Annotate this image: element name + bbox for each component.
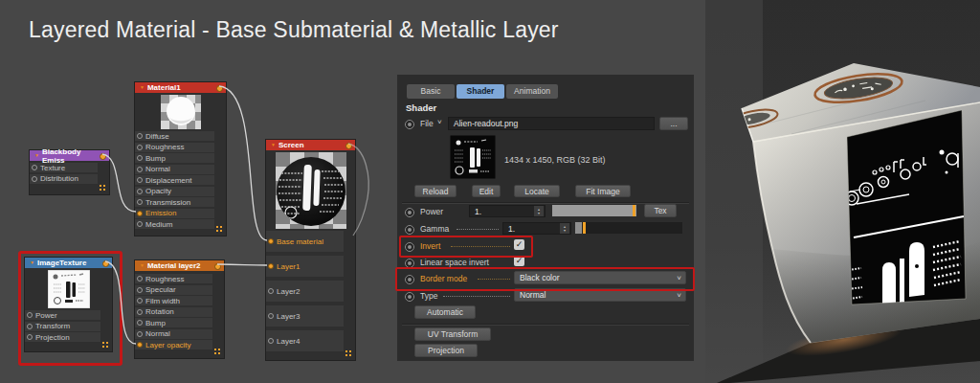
node-header[interactable]: ▼ Screen	[266, 140, 355, 150]
output-port-dot[interactable]	[214, 263, 221, 270]
port-dot[interactable]	[137, 145, 143, 150]
gamma-stepper[interactable]: ▴▾	[560, 223, 569, 234]
port-dot[interactable]	[137, 189, 143, 194]
border-mode-enable-radio[interactable]	[405, 275, 414, 284]
power-stepper[interactable]: ▴▾	[534, 206, 544, 216]
output-port-dot[interactable]	[345, 143, 352, 149]
node-image-texture[interactable]: ▼ ImageTexture Power Transform Projectio…	[24, 257, 113, 352]
stepper-down-icon[interactable]: ▾	[538, 212, 540, 215]
resize-icon[interactable]	[100, 185, 106, 192]
port-dot[interactable]	[32, 165, 37, 170]
tab-shader[interactable]: Shader	[457, 84, 504, 99]
port-dot[interactable]	[137, 155, 143, 161]
locate-button[interactable]: Locate	[514, 185, 560, 197]
port-dot[interactable]	[137, 276, 143, 282]
linear-space-invert-checkbox[interactable]: ✓	[514, 256, 524, 266]
resize-icon[interactable]	[102, 342, 109, 349]
resize-icon[interactable]	[216, 226, 223, 233]
node-material1[interactable]: ▼ Material1 Diffuse Roughness Bump Norma…	[134, 81, 227, 237]
port-layer4[interactable]: Layer4	[266, 330, 344, 351]
node-header[interactable]: ▼ Material layer2	[135, 260, 224, 271]
node-blackbody-emission[interactable]: ▼ Blackbody Emiss Texture Distribution	[29, 149, 110, 195]
power-slider-handle[interactable]	[633, 205, 635, 216]
automatic-button[interactable]: Automatic	[414, 305, 476, 319]
tab-basic[interactable]: Basic	[407, 84, 455, 99]
port-opacity[interactable]: Opacity	[135, 187, 214, 196]
port-dot[interactable]	[137, 199, 143, 205]
port-roughness[interactable]: Roughness	[135, 274, 212, 283]
output-port-dot[interactable]	[102, 260, 109, 267]
type-select[interactable]: Normal ˅	[514, 288, 686, 302]
port-dot[interactable]	[268, 313, 274, 319]
port-dot[interactable]	[268, 338, 274, 344]
port-normal[interactable]: Normal	[135, 165, 214, 174]
port-normal[interactable]: Normal	[135, 329, 212, 339]
file-chevron-down-icon[interactable]: ˅	[437, 118, 442, 126]
projection-button[interactable]: Projection	[414, 344, 478, 357]
port-dot[interactable]	[137, 342, 143, 348]
power-slider[interactable]	[552, 205, 636, 216]
port-transmission[interactable]: Transmission	[135, 197, 214, 207]
browse-button[interactable]: ...	[659, 117, 688, 130]
port-dot[interactable]	[137, 320, 143, 326]
gamma-value-field[interactable]: 1. ▴▾	[502, 222, 571, 235]
port-distribution[interactable]: Distribution	[30, 174, 98, 184]
gamma-enable-radio[interactable]	[405, 225, 414, 235]
port-projection[interactable]: Projection	[25, 332, 100, 342]
node-material-layer2[interactable]: ▼ Material layer2 Roughness Specular Fil…	[134, 259, 225, 359]
collapse-triangle-icon[interactable]: ▼	[30, 260, 34, 265]
port-dot[interactable]	[137, 309, 143, 315]
linear-space-invert-enable-radio[interactable]	[405, 259, 414, 268]
port-dot[interactable]	[137, 167, 143, 172]
port-specular[interactable]: Specular	[135, 285, 212, 295]
port-base-material[interactable]: Base material	[266, 231, 344, 252]
port-layer3[interactable]: Layer3	[266, 305, 344, 327]
port-dot[interactable]	[27, 324, 33, 329]
collapse-triangle-icon[interactable]: ▼	[34, 153, 39, 158]
power-value-field[interactable]: 1. ▴▾	[469, 205, 546, 217]
port-film-width[interactable]: Film width	[135, 296, 212, 305]
port-texture[interactable]: Texture	[30, 163, 98, 172]
node-header[interactable]: ▼ Material1	[135, 82, 226, 93]
port-dot[interactable]	[137, 221, 143, 227]
port-dot[interactable]	[137, 331, 143, 337]
uv-transform-button[interactable]: UV Transform	[414, 327, 491, 341]
port-transform[interactable]: Transform	[25, 322, 100, 331]
fit-image-button[interactable]: Fit Image	[575, 185, 631, 197]
stepper-down-icon[interactable]: ▾	[564, 229, 566, 233]
filename-input[interactable]: Alien-readout.png	[448, 117, 655, 130]
port-dot[interactable]	[137, 133, 143, 139]
port-power[interactable]: Power	[25, 310, 100, 320]
collapse-triangle-icon[interactable]: ▼	[140, 85, 145, 90]
node-header[interactable]: ▼ ImageTexture	[25, 258, 112, 268]
port-layer1[interactable]: Layer1	[266, 256, 344, 277]
border-mode-select[interactable]: Black color ˅	[514, 271, 686, 284]
output-port-dot[interactable]	[100, 153, 106, 160]
resize-icon[interactable]	[345, 350, 352, 357]
port-dot[interactable]	[268, 263, 274, 269]
port-diffuse[interactable]: Diffuse	[135, 131, 214, 141]
port-emission[interactable]: Emission	[135, 209, 214, 218]
port-dot[interactable]	[268, 288, 274, 294]
resize-icon[interactable]	[214, 349, 221, 355]
port-displacement[interactable]: Displacement	[135, 175, 214, 185]
invert-enable-radio[interactable]	[405, 242, 414, 252]
port-medium[interactable]: Medium	[135, 219, 214, 229]
port-roughness[interactable]: Roughness	[135, 143, 214, 152]
port-dot[interactable]	[137, 298, 143, 304]
node-screen[interactable]: ▼ Screen Base material Layer1 Layer2	[265, 139, 356, 361]
port-layer-opacity[interactable]: Layer opacity	[135, 340, 212, 349]
port-dot[interactable]	[137, 177, 143, 183]
reload-button[interactable]: Reload	[414, 185, 457, 197]
collapse-triangle-icon[interactable]: ▼	[140, 263, 145, 268]
power-enable-radio[interactable]	[405, 208, 414, 217]
node-header[interactable]: ▼ Blackbody Emiss	[30, 150, 109, 161]
tab-animation[interactable]: Animation	[506, 84, 558, 99]
output-port-dot[interactable]	[216, 85, 223, 92]
tex-button[interactable]: Tex	[644, 204, 677, 217]
port-bump[interactable]: Bump	[135, 318, 212, 327]
port-dot[interactable]	[137, 287, 143, 293]
port-dot[interactable]	[32, 176, 37, 182]
edit-button[interactable]: Edit	[472, 185, 501, 197]
type-enable-radio[interactable]	[405, 292, 414, 302]
